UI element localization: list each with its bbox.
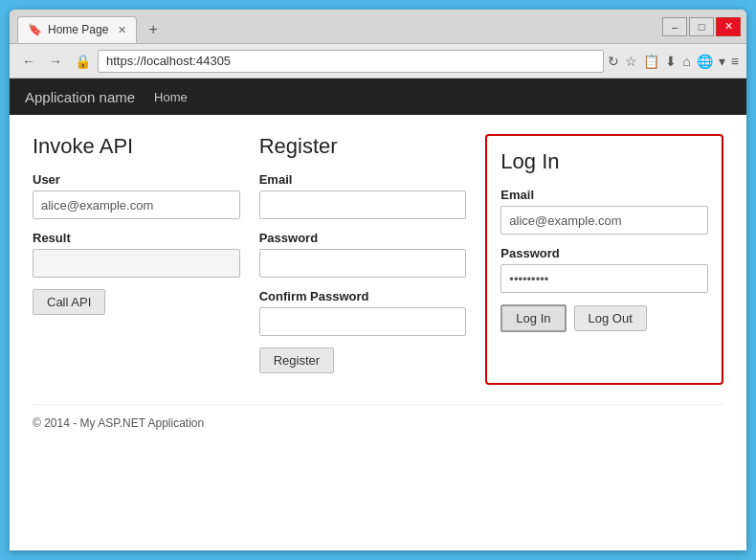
menu-icon[interactable]: ≡ (731, 54, 739, 69)
result-input (33, 249, 240, 278)
result-field-group: Result (33, 231, 240, 278)
address-bar: ← → 🔒 ↻ ☆ 📋 ⬇ ⌂ 🌐 ▾ ≡ (10, 44, 746, 78)
tab-favicon: 🔖 (28, 23, 42, 36)
user-field-group: User (33, 172, 240, 219)
extensions-icon[interactable]: 🌐 (697, 54, 713, 69)
back-button[interactable]: ← (17, 50, 40, 73)
invoke-api-title: Invoke API (33, 134, 240, 159)
register-button[interactable]: Register (259, 347, 334, 373)
login-password-group: Password (500, 246, 708, 293)
register-btn-group: Register (259, 347, 467, 373)
toolbar-icons: ↻ ☆ 📋 ⬇ ⌂ 🌐 ▾ ≡ (608, 54, 739, 69)
login-email-input[interactable] (500, 206, 708, 235)
app-name-label: Application name (25, 89, 135, 105)
call-api-button[interactable]: Call API (33, 289, 105, 315)
page-content: Invoke API User Result Call API Register… (10, 115, 746, 550)
register-section: Register Email Password Confirm Password… (259, 134, 486, 385)
login-buttons-group: Log In Log Out (500, 304, 708, 332)
register-email-input[interactable] (259, 190, 467, 219)
app-navbar: Application name Home (10, 78, 746, 115)
columns-layout: Invoke API User Result Call API Register… (33, 134, 723, 385)
register-title: Register (259, 134, 467, 159)
register-email-group: Email (259, 172, 467, 219)
result-label: Result (33, 231, 240, 245)
register-password-label: Password (259, 231, 467, 245)
download-icon[interactable]: ⬇ (665, 54, 677, 69)
tab-title: Home Page (48, 23, 108, 36)
new-tab-btn[interactable]: + (141, 17, 165, 42)
register-password-group: Password (259, 231, 467, 278)
refresh-icon[interactable]: ↻ (608, 54, 619, 69)
tab-close-btn[interactable]: ✕ (118, 24, 126, 36)
login-password-input[interactable] (500, 264, 708, 293)
browser-window: 🔖 Home Page ✕ + – □ ✕ ← → 🔒 ↻ ☆ 📋 ⬇ ⌂ 🌐 … (10, 10, 746, 550)
login-section: Log In Email Password Log In Log Out (485, 134, 723, 385)
close-button[interactable]: ✕ (716, 17, 741, 36)
user-label: User (33, 172, 240, 187)
login-email-group: Email (500, 188, 708, 235)
register-confirm-label: Confirm Password (259, 289, 467, 303)
invoke-api-section: Invoke API User Result Call API (33, 134, 259, 385)
footer-text: © 2014 - My ASP.NET Application (33, 416, 204, 430)
forward-button[interactable]: → (44, 50, 67, 73)
address-input[interactable] (98, 50, 604, 73)
minimize-button[interactable]: – (662, 17, 687, 36)
maximize-button[interactable]: □ (689, 17, 714, 36)
call-api-btn-group: Call API (33, 289, 240, 315)
lock-icon: 🔒 (71, 50, 94, 73)
register-email-label: Email (259, 172, 467, 187)
user-input[interactable] (33, 190, 240, 219)
register-password-input[interactable] (259, 249, 467, 278)
title-bar: 🔖 Home Page ✕ + – □ ✕ (10, 10, 746, 44)
clipboard-icon[interactable]: 📋 (643, 54, 659, 69)
tabs-area: 🔖 Home Page ✕ + (10, 10, 662, 43)
register-confirm-group: Confirm Password (259, 289, 467, 336)
dropdown-icon[interactable]: ▾ (719, 54, 725, 69)
window-controls: – □ ✕ (662, 10, 746, 43)
register-confirm-input[interactable] (259, 307, 467, 336)
home-icon[interactable]: ⌂ (682, 54, 690, 69)
nav-home-link[interactable]: Home (154, 90, 188, 104)
login-title: Log In (500, 149, 708, 174)
page-footer: © 2014 - My ASP.NET Application (33, 404, 723, 430)
login-email-label: Email (500, 188, 708, 202)
star-icon[interactable]: ☆ (625, 54, 637, 69)
active-tab[interactable]: 🔖 Home Page ✕ (17, 16, 137, 43)
login-button[interactable]: Log In (500, 304, 566, 332)
logout-button[interactable]: Log Out (574, 305, 647, 331)
login-password-label: Password (500, 246, 708, 260)
